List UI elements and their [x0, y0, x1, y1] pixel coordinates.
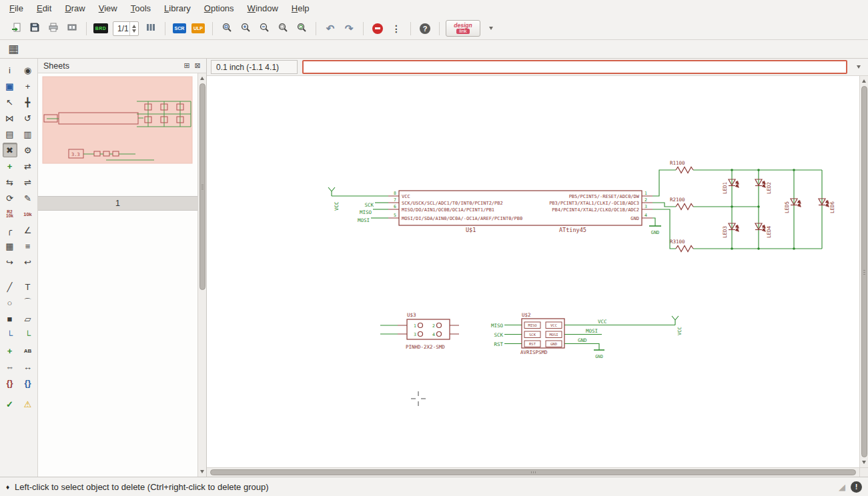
net-label-sck[interactable]: SCK	[364, 202, 374, 208]
zoom-fit-button[interactable]	[218, 20, 236, 37]
zoom-out-button[interactable]	[256, 20, 273, 37]
help-button[interactable]: ?	[416, 20, 434, 37]
select-tool-button[interactable]: ↖	[3, 95, 17, 109]
sheet-spinner-buttons[interactable]	[129, 22, 138, 35]
spin-down-icon[interactable]	[132, 29, 136, 33]
show-tool-button[interactable]: ◉	[21, 63, 35, 77]
miter-tool-button[interactable]: ╭	[3, 223, 17, 237]
junction-tool-button[interactable]: +	[3, 343, 17, 358]
command-history-dropdown[interactable]	[852, 60, 865, 74]
ripup-tool-button[interactable]: ↩	[21, 255, 35, 269]
copy-tool-button[interactable]: ▤	[3, 127, 17, 141]
module-tool-button[interactable]: {}	[21, 375, 35, 390]
wire-tool-button[interactable]: ╱	[3, 279, 17, 294]
move-tool-button[interactable]: ╋	[21, 95, 35, 109]
net-label-rst-isp[interactable]: RST	[494, 341, 503, 347]
stop-button[interactable]	[369, 20, 386, 37]
menu-library[interactable]: Library	[157, 0, 197, 17]
paste-tool-button[interactable]: ▥	[21, 127, 35, 141]
split-tool-button[interactable]: ∠	[21, 223, 35, 237]
sheets-scrollbar-thumb[interactable]	[199, 83, 205, 290]
attribute-tool-button[interactable]: ✎	[21, 191, 35, 205]
component-led2[interactable]: LED2	[755, 179, 772, 194]
cam-button[interactable]	[63, 20, 81, 37]
open-button[interactable]	[7, 20, 25, 37]
technology-tool-button[interactable]: ≡	[21, 239, 35, 253]
pinswap-tool-button[interactable]: ⇄	[21, 159, 35, 173]
info-tool-button[interactable]: i	[3, 63, 17, 77]
netclass-tool-button[interactable]: ↔	[21, 359, 35, 374]
command-input[interactable]	[302, 60, 847, 74]
name-tool-button[interactable]: R210k	[3, 207, 17, 221]
scroll-up-icon[interactable]	[198, 75, 206, 82]
net-tool-button[interactable]: └	[21, 327, 35, 342]
global-attribute-tool-button[interactable]: {}	[3, 375, 17, 390]
component-u1-attiny45[interactable]: 8 7 6 5 1 2 3 4 VCC SCK/USCK/SCL/ADC1/T0…	[388, 191, 653, 234]
menu-help[interactable]: Help	[285, 0, 316, 17]
erc-tool-button[interactable]: ✓	[3, 397, 17, 411]
canvas-vscroll-thumb[interactable]	[861, 86, 867, 457]
component-led3[interactable]: LED3	[722, 223, 739, 238]
component-r1100[interactable]: R1100	[670, 160, 693, 173]
scroll-up-icon[interactable]	[860, 77, 868, 85]
component-u3-pinhd[interactable]: U$3 1 2 3 4 PINHD-2X2-SMD	[398, 312, 459, 350]
net-label-gnd-isp[interactable]: GND	[578, 337, 587, 343]
route-tool-button[interactable]: ↪	[3, 255, 17, 269]
sheet-selector[interactable]: 1/1	[113, 21, 139, 36]
schematic-drawing[interactable]: VCC SCK MISO MOSI GND VCC VCC MOSI GND G…	[207, 76, 859, 467]
design-link-button[interactable]: designlink	[446, 20, 480, 37]
bus-tool-button[interactable]: └	[3, 327, 17, 342]
print-button[interactable]	[45, 20, 62, 37]
net-label-miso[interactable]: MISO	[360, 209, 372, 215]
menu-file[interactable]: File	[3, 0, 30, 17]
net-label-vcc[interactable]: VCC	[334, 201, 340, 211]
component-led5[interactable]: LED5	[784, 199, 801, 213]
mirror-tool-button[interactable]: ⋈	[3, 111, 17, 125]
menu-draw[interactable]: Draw	[58, 0, 91, 17]
arc-tool-button[interactable]: ⌒	[21, 295, 35, 310]
run-ulp-button[interactable]: ULP	[189, 20, 207, 37]
dimension-tool-button[interactable]: ⇔	[3, 359, 17, 374]
delete-tool-button[interactable]: ✖	[3, 143, 17, 157]
display-tool-button[interactable]: ▣	[3, 79, 17, 93]
more-commands-button[interactable]: ⋮	[388, 20, 405, 37]
component-led6[interactable]: LED6	[819, 199, 835, 213]
text-tool-button[interactable]: T	[21, 279, 35, 294]
add-tool-button[interactable]: +	[3, 159, 17, 173]
change-tool-button[interactable]: ⚙	[21, 143, 35, 157]
menu-window[interactable]: Window	[241, 0, 285, 17]
undo-button[interactable]: ↶	[322, 20, 339, 37]
grid-button[interactable]: ▦	[8, 42, 19, 56]
smash-tool-button[interactable]: ⟳	[3, 191, 17, 205]
component-led1[interactable]: LED1	[722, 179, 739, 194]
vcc-symbol-label[interactable]: VCC	[677, 327, 683, 335]
gateswap-tool-button[interactable]: ⇆	[3, 175, 17, 189]
circle-tool-button[interactable]: ○	[3, 295, 17, 310]
erc-errors-button[interactable]: ⚠	[21, 397, 35, 411]
schematic-canvas[interactable]: VCC SCK MISO MOSI GND VCC VCC MOSI GND G…	[207, 76, 859, 467]
sheets-close-button[interactable]: ⊠	[192, 61, 203, 71]
design-link-dropdown-button[interactable]	[482, 20, 500, 37]
replace-tool-button[interactable]: ⇌	[21, 175, 35, 189]
zoom-select-button[interactable]	[274, 20, 292, 37]
zoom-redraw-button[interactable]	[293, 20, 310, 37]
scroll-down-icon[interactable]	[860, 459, 868, 466]
component-r2100[interactable]: R2100	[670, 197, 693, 210]
canvas-hscroll-thumb[interactable]	[210, 469, 856, 475]
mark-tool-button[interactable]: +	[21, 79, 35, 93]
redo-button[interactable]: ↷	[340, 20, 358, 37]
save-button[interactable]	[26, 20, 43, 37]
sheets-scrollbar[interactable]	[197, 73, 206, 477]
canvas-horizontal-scrollbar[interactable]	[207, 467, 859, 477]
gnd-symbol-label-isp[interactable]: GND	[595, 354, 603, 359]
notification-icon[interactable]: !	[851, 481, 862, 493]
canvas-vertical-scrollbar[interactable]	[859, 76, 868, 467]
gnd-symbol-label[interactable]: GND	[651, 230, 660, 235]
component-u2-avrisp[interactable]: U$2 MISO VCC SCK MOSI RST GND MISO	[491, 312, 564, 355]
sheet-thumbnails-button[interactable]	[142, 20, 159, 37]
menu-tools[interactable]: Tools	[124, 0, 157, 17]
menu-view[interactable]: View	[92, 0, 124, 17]
polygon-tool-button[interactable]: ▱	[21, 311, 35, 326]
net-label-vcc-isp[interactable]: VCC	[598, 319, 607, 325]
zoom-in-button[interactable]	[237, 20, 254, 37]
